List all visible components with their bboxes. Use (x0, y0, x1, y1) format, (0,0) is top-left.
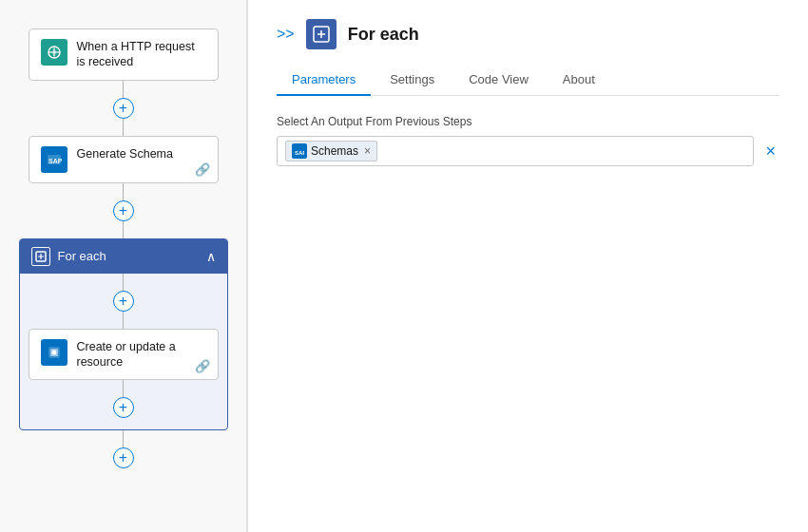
for-each-header-left: For each (31, 247, 106, 266)
tab-about[interactable]: About (548, 65, 610, 96)
tab-settings[interactable]: Settings (375, 65, 450, 96)
tag-sap-icon: SAP (292, 143, 307, 159)
panel-node-icon (306, 19, 337, 49)
loop-icon (31, 247, 50, 266)
http-icon (41, 39, 67, 66)
tag-label: Schemas (311, 144, 358, 158)
svg-text:SAP: SAP (295, 150, 304, 156)
for-each-container: For each ∧ + (19, 238, 228, 431)
resource-node[interactable]: Create or update a resource 🔗 (29, 329, 219, 381)
for-each-label: For each (58, 249, 106, 263)
flow-canvas: When a HTTP request is received + SAP Ge… (0, 0, 247, 532)
panel-header: >> For each (277, 19, 779, 49)
connector-final: + (113, 430, 134, 468)
panel-title: For each (348, 25, 419, 45)
field-label: Select An Output From Previous Steps (277, 115, 779, 128)
tab-parameters[interactable]: Parameters (277, 65, 371, 96)
inner-connector-1: + (113, 274, 134, 329)
link-icon-schema: 🔗 (195, 162, 210, 177)
schema-node-title: Generate Schema (77, 146, 173, 162)
flow-container: When a HTTP request is received + SAP Ge… (0, 19, 246, 478)
sap-icon: SAP (41, 146, 67, 173)
output-selector-input[interactable]: SAP Schemas × (277, 136, 754, 166)
for-each-header[interactable]: For each ∧ (20, 239, 227, 274)
svg-point-7 (51, 350, 56, 354)
clear-all-btn[interactable]: × (761, 142, 779, 162)
schemas-tag: SAP Schemas × (285, 141, 377, 162)
tag-close-btn[interactable]: × (364, 144, 371, 158)
for-each-body: + Create or update a resource 🔗 (20, 274, 227, 430)
resource-node-title: Create or update a resource (77, 339, 206, 370)
connector-2: + (113, 183, 134, 238)
line4 (123, 221, 125, 238)
add-final[interactable]: + (113, 447, 134, 468)
add-between-1[interactable]: + (113, 98, 134, 119)
add-inside-top[interactable]: + (113, 291, 134, 312)
link-icon-resource: 🔗 (195, 359, 210, 373)
schema-node[interactable]: SAP Generate Schema 🔗 (29, 136, 219, 183)
connector-1: + (113, 81, 134, 136)
svg-text:SAP: SAP (48, 158, 62, 164)
line (123, 81, 125, 98)
tabs-bar: Parameters Settings Code View About (277, 65, 779, 96)
back-arrows[interactable]: >> (277, 26, 295, 43)
http-node-title: When a HTTP request is received (77, 39, 206, 70)
tab-code-view[interactable]: Code View (453, 65, 544, 96)
resource-icon (41, 339, 67, 366)
add-inside-bottom[interactable]: + (113, 397, 134, 418)
line2 (123, 119, 125, 136)
final-line (123, 430, 125, 447)
inner-line1 (123, 274, 125, 291)
inner-line2 (123, 312, 125, 329)
right-panel: >> For each Parameters Settings Code Vie… (248, 0, 808, 532)
line3 (123, 183, 125, 200)
add-between-2[interactable]: + (113, 200, 134, 221)
inner-line3 (123, 380, 125, 397)
chevron-up-icon[interactable]: ∧ (206, 249, 216, 264)
http-node[interactable]: When a HTTP request is received (29, 28, 219, 81)
inner-connector-2: + (113, 380, 134, 418)
